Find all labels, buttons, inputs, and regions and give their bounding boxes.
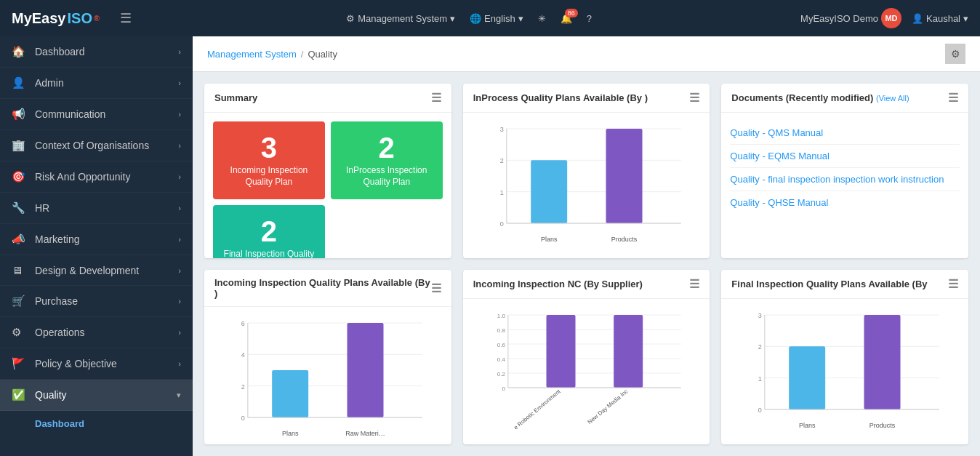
- summary-tile-incoming[interactable]: 3 Incoming Inspection Quality Plan: [213, 121, 325, 199]
- incoming-count: 3: [261, 133, 277, 162]
- incoming-plans-title: Incoming Inspection Quality Plans Availa…: [214, 277, 431, 299]
- svg-rect-54: [789, 346, 825, 409]
- brand-name-part2: ISO: [68, 10, 92, 27]
- brand-logo[interactable]: MyEasyISO®: [12, 10, 100, 27]
- svg-text:2: 2: [241, 383, 245, 391]
- sidebar-label-dashboard: Dashboard: [35, 46, 178, 57]
- chevron-down-icon: ▾: [450, 13, 455, 24]
- sidebar-icon-design: 🖥: [12, 264, 28, 276]
- sidebar-item-dashboard[interactable]: 🏠 Dashboard ›: [0, 36, 193, 68]
- summary-tile-final[interactable]: 2 Final Inspection Quality Plan: [213, 205, 325, 258]
- sidebar-item-marketing[interactable]: 📣 Marketing ›: [0, 224, 193, 255]
- incoming-nc-chart: 00.20.40.60.81.0e Robotic EnvironmentNew…: [472, 308, 702, 431]
- topnav-center: ⚙ Management System ▾ 🌐 English ▾ ✳ 🔔 86…: [146, 13, 792, 24]
- sidebar-label-marketing: Marketing: [35, 233, 178, 245]
- settings-button[interactable]: ⚙: [945, 44, 965, 64]
- pin-icon-btn[interactable]: ✳: [538, 13, 546, 24]
- incoming-plans-chart: 0246PlansRaw Materi…: [213, 316, 443, 439]
- sidebar-icon-context: 🏢: [12, 139, 28, 152]
- sidebar-item-design[interactable]: 🖥 Design & Development ›: [0, 255, 193, 286]
- final-plans-menu-icon[interactable]: ☰: [948, 277, 958, 291]
- chevron-purchase-icon: ›: [178, 297, 181, 305]
- notification-count: 86: [565, 9, 578, 17]
- sidebar-item-hr[interactable]: 🔧 HR ›: [0, 193, 193, 224]
- sidebar-item-admin[interactable]: 👤 Admin ›: [0, 68, 193, 99]
- user-icon: 👤: [912, 13, 923, 24]
- svg-text:e Robotic Environment: e Robotic Environment: [513, 388, 562, 431]
- sidebar-label-design: Design & Development: [35, 265, 178, 276]
- svg-text:0.2: 0.2: [497, 371, 505, 377]
- svg-text:Products: Products: [869, 422, 896, 429]
- summary-card-body: 3 Incoming Inspection Quality Plan 2 InP…: [204, 113, 451, 258]
- incoming-plans-header: Incoming Inspection Quality Plans Availa…: [204, 270, 451, 307]
- svg-text:Raw Materi…: Raw Materi…: [345, 430, 385, 437]
- demo-label[interactable]: MyEasyISO Demo MD: [800, 8, 901, 28]
- sidebar-icon-communication: 📢: [12, 108, 28, 121]
- doc-item-1[interactable]: Quality - EQMS Manual: [730, 145, 960, 168]
- final-label: Final Inspection Quality Plan: [219, 249, 319, 258]
- svg-text:1.0: 1.0: [497, 313, 505, 319]
- inprocess-menu-icon[interactable]: ☰: [689, 91, 699, 105]
- topnav-right: MyEasyISO Demo MD 👤 Kaushal ▾: [800, 8, 968, 28]
- doc-item-3[interactable]: Quality - QHSE Manual: [730, 191, 960, 214]
- svg-text:0: 0: [241, 415, 245, 422]
- dashboard-grid: Summary ☰ 3 Incoming Inspection Quality …: [193, 72, 980, 456]
- summary-grid: 3 Incoming Inspection Quality Plan 2 InP…: [213, 121, 443, 258]
- incoming-plans-menu-icon[interactable]: ☰: [431, 281, 441, 295]
- summary-tile-inprocess[interactable]: 2 InProcess Inspection Quality Plan: [331, 121, 443, 199]
- sidebar-item-operations[interactable]: ⚙ Operations ›: [0, 317, 193, 348]
- sidebar-item-purchase[interactable]: 🛒 Purchase ›: [0, 286, 193, 317]
- sidebar-icon-policy: 🚩: [12, 357, 28, 370]
- sidebar-icon-hr: 🔧: [12, 201, 28, 215]
- language-menu[interactable]: 🌐 English ▾: [470, 13, 523, 24]
- final-plans-title: Final Inspection Quality Plans Available…: [731, 279, 927, 289]
- brand-sup: ®: [94, 14, 100, 23]
- final-plans-body: 0123PlansProducts: [721, 299, 968, 444]
- sidebar-item-context[interactable]: 🏢 Context Of Organisations ›: [0, 130, 193, 161]
- svg-text:6: 6: [241, 320, 245, 327]
- sidebar-item-risk[interactable]: 🎯 Risk And Opportunity ›: [0, 161, 193, 193]
- svg-rect-56: [864, 315, 901, 409]
- sidebar-item-quality[interactable]: ✅ Quality ▾: [0, 380, 193, 411]
- incoming-nc-card: Incoming Inspection NC (By Supplier) ☰ 0…: [463, 270, 710, 444]
- notification-bell[interactable]: 🔔 86: [561, 13, 572, 24]
- user-menu[interactable]: 👤 Kaushal ▾: [912, 13, 968, 24]
- svg-text:Plans: Plans: [282, 430, 299, 437]
- svg-text:1: 1: [758, 375, 762, 383]
- sidebar-label-admin: Admin: [35, 77, 178, 89]
- inprocess-count: 2: [379, 133, 395, 162]
- svg-text:New Day Media Inc: New Day Media Inc: [586, 388, 629, 425]
- breadcrumb-root[interactable]: Management System: [207, 49, 297, 60]
- doc-item-2[interactable]: Quality - final inspection inspection wo…: [730, 168, 960, 191]
- sidebar-item-policy[interactable]: 🚩 Policy & Objective ›: [0, 348, 193, 380]
- svg-rect-10: [606, 129, 642, 223]
- breadcrumb-current: Quality: [308, 49, 337, 60]
- incoming-plans-card: Incoming Inspection Quality Plans Availa…: [204, 270, 451, 444]
- doc-item-0[interactable]: Quality - QMS Manual: [730, 121, 960, 145]
- sidebar-label-communication: Communication: [35, 108, 178, 120]
- chevron-design-icon: ›: [178, 266, 181, 275]
- chevron-communication-icon: ›: [178, 110, 181, 119]
- inprocess-title: InProcess Quality Plans Available (By ): [473, 92, 648, 103]
- sidebar-sub-quality-dashboard[interactable]: Dashboard: [0, 411, 193, 436]
- summary-menu-icon[interactable]: ☰: [431, 91, 441, 105]
- hamburger-icon[interactable]: ☰: [120, 10, 132, 26]
- documents-menu-icon[interactable]: ☰: [948, 91, 958, 105]
- chevron-context-icon: ›: [178, 141, 181, 150]
- chevron-risk-icon: ›: [178, 172, 181, 181]
- management-system-menu[interactable]: ⚙ Management System ▾: [346, 13, 455, 24]
- chevron-quality-icon: ▾: [177, 391, 181, 400]
- chevron-admin-icon: ›: [178, 79, 181, 87]
- inprocess-body: 0123PlansProducts: [463, 113, 710, 258]
- incoming-nc-menu-icon[interactable]: ☰: [689, 277, 699, 291]
- sidebar-item-communication[interactable]: 📢 Communication ›: [0, 99, 193, 130]
- sidebar-icon-purchase: 🛒: [12, 295, 28, 308]
- sidebar-icon-operations: ⚙: [12, 326, 28, 339]
- sidebar-label-operations: Operations: [35, 327, 178, 338]
- main-layout: 🏠 Dashboard › 👤 Admin › 📢 Communication …: [0, 36, 980, 456]
- summary-card-header: Summary ☰: [204, 84, 451, 113]
- svg-rect-22: [272, 370, 308, 417]
- help-button[interactable]: ?: [587, 13, 592, 24]
- chevron-hr-icon: ›: [178, 204, 181, 212]
- documents-header: Documents (Recently modified) (View All)…: [721, 84, 968, 113]
